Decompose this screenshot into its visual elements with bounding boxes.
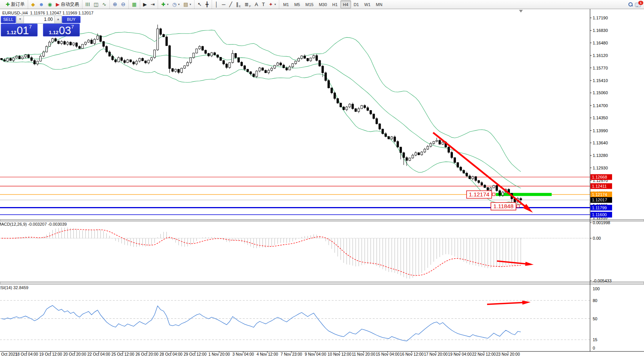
zoom-in-button[interactable]: ⊕: [111, 0, 119, 8]
panel-splitter[interactable]: [0, 282, 644, 284]
arrows-button[interactable]: ✦▾: [267, 0, 278, 8]
tf-h1[interactable]: H1: [330, 0, 340, 8]
tf-m5[interactable]: M5: [291, 0, 302, 8]
cursor-button[interactable]: ↖: [196, 0, 204, 8]
time-tick-label: 1 Nov 20:00: [208, 352, 230, 356]
search-icon[interactable]: [628, 2, 633, 6]
main-toolbar: ✚新订单◆☻◉▶自动交易☰◫∿⊕⊖▦▶⇥✚▾◷▾▤▾↖╋│─╱∥E≣FAT✦▾M…: [0, 0, 644, 9]
candle-body: [466, 173, 468, 176]
candle-body: [499, 191, 501, 195]
tf-h4[interactable]: H4: [340, 0, 351, 8]
zoom-out-icon: ⊖: [121, 2, 126, 7]
chart-shift-button[interactable]: ⇥: [149, 0, 157, 8]
toolbar-group: ▦: [128, 0, 139, 9]
candle-body: [352, 104, 354, 109]
candle-body: [325, 73, 327, 81]
periods-button[interactable]: ◷▾: [170, 0, 181, 8]
tf-mn[interactable]: MN: [373, 0, 385, 8]
candle-body: [409, 158, 411, 160]
rsi-axis-label: 0: [593, 346, 595, 350]
volume-input[interactable]: 1.00: [24, 16, 54, 23]
price-axis[interactable]: 1.171901.168301.164801.161201.157701.154…: [590, 9, 612, 351]
candle-body: [355, 109, 357, 111]
attach-button[interactable]: ◆: [29, 0, 37, 8]
callout-anchor-square[interactable]: [492, 193, 495, 196]
candle-body: [199, 46, 201, 49]
new-order-icon: ✚: [6, 2, 10, 7]
candle-body: [217, 55, 218, 57]
trendline-button[interactable]: ╱: [227, 0, 234, 8]
time-axis[interactable]: Oct 202118 Oct 04:0019 Oct 12:0020 Oct 2…: [0, 351, 644, 356]
channel-button[interactable]: ∥E: [234, 0, 243, 8]
vertical-line-button[interactable]: │: [213, 0, 220, 8]
callout-anchor-square[interactable]: [517, 205, 519, 207]
candle-body: [424, 149, 426, 152]
buy-button[interactable]: BUY: [62, 16, 81, 23]
chat-button[interactable]: 1: [635, 2, 642, 8]
toolbar-group: M1M5M15M30H1H4D1W1MN: [279, 0, 386, 9]
sell-button[interactable]: SELL: [1, 16, 16, 23]
tf-m15[interactable]: M15: [303, 0, 316, 8]
time-tick-label: 29 Oct 12:00: [184, 352, 206, 356]
auto-scroll-button[interactable]: ▶: [141, 0, 149, 8]
indicators-button[interactable]: ✚▾: [159, 0, 170, 8]
macd-label: MACD(12,26,9) -0.003207 -0.003039: [0, 222, 67, 226]
candle-body: [382, 129, 384, 134]
fibonacci-button[interactable]: ≣F: [243, 0, 253, 8]
candle-body: [139, 59, 141, 61]
rsi-trend-arrow-head: [522, 301, 530, 305]
tf-m30[interactable]: M30: [316, 0, 329, 8]
axis-tick-label: 1.13990: [593, 128, 608, 133]
tf-w1[interactable]: W1: [362, 0, 373, 8]
bollinger-lower-band: [2, 49, 521, 205]
support-zone-highlight[interactable]: [496, 193, 552, 196]
chevron-down-icon: ▾: [190, 3, 191, 6]
candle-body: [397, 141, 399, 147]
candle-body: [307, 59, 309, 61]
macd-trend-arrow[interactable]: [497, 261, 528, 264]
candle-body: [211, 53, 213, 56]
candle-body: [448, 147, 450, 152]
text-label-button[interactable]: T: [260, 0, 267, 8]
zoom-out-button[interactable]: ⊖: [119, 0, 128, 8]
candlestick-chart-icon: ◫: [94, 2, 98, 7]
signals-button[interactable]: ◉: [46, 0, 54, 8]
macd-axis-label: 0.00: [593, 236, 601, 240]
candle-body: [385, 134, 387, 136]
time-tick-label: 7 Nov 23:00: [281, 352, 302, 356]
candle-body: [238, 58, 240, 62]
candle-body: [247, 69, 248, 71]
tf-h1-label: H1: [332, 2, 338, 7]
candle-body: [400, 147, 402, 153]
new-order-button[interactable]: ✚新订单: [4, 0, 27, 8]
text-button[interactable]: A: [253, 0, 260, 8]
candle-body: [193, 53, 195, 58]
line-chart-button[interactable]: ∿: [100, 0, 108, 8]
horizontal-line-button[interactable]: ─: [220, 0, 227, 8]
profile-button[interactable]: ☻: [37, 0, 46, 8]
price-chart[interactable]: 1.121741.11848MACD(12,26,9) -0.003207 -0…: [0, 9, 644, 356]
tile-windows-button[interactable]: ▦: [130, 0, 138, 8]
buy-price-button[interactable]: 1.12037: [43, 24, 80, 36]
templates-button[interactable]: ▤▾: [182, 0, 193, 8]
autotrade-button[interactable]: ▶自动交易: [54, 0, 81, 8]
chart-shift-marker[interactable]: [519, 10, 523, 13]
candlestick-chart-button[interactable]: ◫: [92, 0, 100, 8]
tf-m1[interactable]: M1: [280, 0, 291, 8]
tf-d1[interactable]: D1: [351, 0, 362, 8]
panel-splitter[interactable]: [0, 220, 644, 221]
rsi-trend-arrow[interactable]: [487, 302, 525, 304]
candle-body: [430, 144, 432, 146]
candle-body: [304, 56, 305, 58]
bar-chart-button[interactable]: ☰: [84, 0, 92, 8]
volume-increase-button[interactable]: ▲: [54, 16, 62, 23]
crosshair-button[interactable]: ╋: [204, 0, 210, 8]
time-tick-label: 26 Oct 20:00: [136, 352, 158, 356]
volume-decrease-button[interactable]: ▼: [17, 16, 24, 23]
price-callout-text: 1.12174: [469, 191, 489, 198]
price-line-label-1.12411: 1.12411: [592, 184, 607, 188]
axis-tick-label: 1.15060: [593, 90, 608, 95]
candle-body: [112, 56, 114, 60]
sell-price-button[interactable]: 1.12017: [1, 24, 38, 36]
candle-body: [93, 40, 95, 44]
